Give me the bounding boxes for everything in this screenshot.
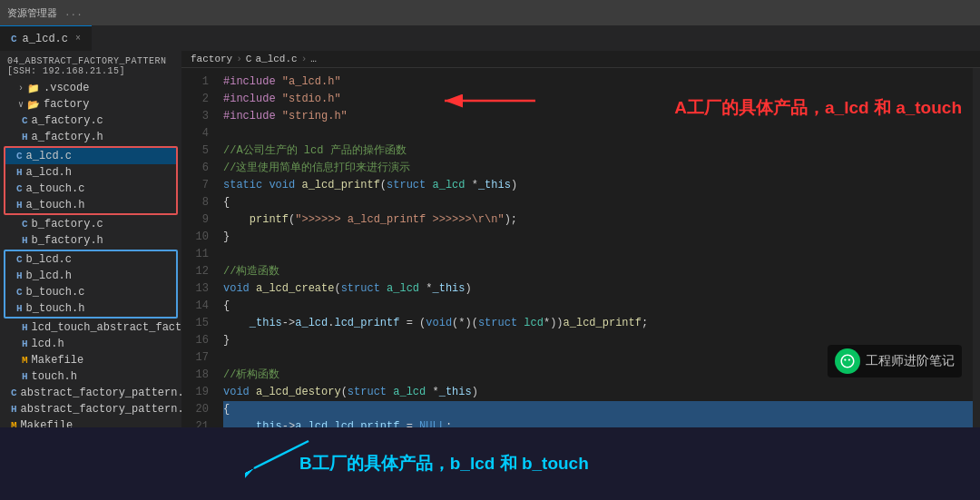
breadcrumb-factory[interactable]: factory: [191, 54, 232, 64]
ln-7: 7: [181, 177, 216, 194]
sidebar-item-b-factory-c[interactable]: C b_factory.c: [0, 216, 181, 232]
sidebar-item-a-factory-c[interactable]: C a_factory.c: [0, 113, 181, 129]
c-file-icon: C: [16, 183, 23, 194]
ln-8: 8: [181, 194, 216, 211]
sidebar-item-b-factory-h[interactable]: H b_factory.h: [0, 232, 181, 249]
sidebar-item-label: lcd.h: [32, 338, 64, 350]
h-file-icon: H: [22, 371, 28, 382]
sidebar-item-abstract-c[interactable]: C abstract_factory_pattern.c: [0, 385, 181, 401]
ln-13: 13: [181, 280, 216, 298]
chevron-icon: ›: [18, 83, 24, 93]
sidebar-item-label: a_factory.h: [32, 131, 103, 143]
code-line-21: _this->a_lcd.lcd_printf = NULL;: [223, 418, 973, 427]
sidebar-item-lcd-touch-abstract[interactable]: H lcd_touch_abstract_factory.h: [0, 319, 181, 336]
explorer-menu[interactable]: ...: [64, 7, 83, 18]
tab-filename: a_lcd.c: [23, 33, 68, 45]
c-file-icon: C: [22, 219, 28, 230]
code-line-20: {: [223, 401, 973, 418]
c-file-icon: C: [22, 115, 28, 126]
ln-6: 6: [181, 160, 216, 177]
sidebar-item-makefile-root[interactable]: M Makefile: [0, 417, 181, 427]
sidebar-item-touch-h[interactable]: H touch.h: [0, 368, 181, 385]
sidebar-item-a-touch-h[interactable]: H a_touch.h: [5, 197, 176, 213]
sidebar-item-label: abstract_factory_pattern.h: [21, 403, 181, 416]
sidebar-item-a-touch-c[interactable]: C a_touch.c: [5, 181, 176, 197]
sidebar-item-label: touch.h: [32, 370, 77, 383]
sidebar-item-label: Makefile: [21, 419, 74, 427]
ln-21: 21: [181, 418, 216, 427]
folder-open-icon: 📂: [27, 99, 40, 111]
sidebar-item-factory[interactable]: ∨ 📂 factory: [0, 96, 181, 113]
sidebar-item-label: a_touch.c: [26, 182, 85, 195]
ln-4: 4: [181, 125, 216, 142]
code-line-2: #include "stdio.h": [223, 91, 973, 108]
watermark: 工程师进阶笔记: [828, 345, 962, 377]
code-line-8: {: [223, 194, 973, 211]
explorer-title: 资源管理器: [7, 6, 57, 20]
ln-2: 2: [181, 91, 216, 108]
ln-3: 3: [181, 108, 216, 125]
sidebar-item-label: .vscode: [44, 82, 89, 94]
red-border-group: C a_lcd.c H a_lcd.h C a_touch.c H a_touc…: [4, 146, 178, 215]
sidebar-item-label: a_factory.c: [32, 114, 103, 127]
code-line-15: _this->a_lcd.lcd_printf = (void(*)(struc…: [223, 315, 973, 332]
annotation-b-label: B工厂的具体产品，b_lcd 和 b_touch: [299, 452, 589, 475]
tab-close-button[interactable]: ×: [75, 34, 81, 44]
sidebar-item-lcd-h[interactable]: H lcd.h: [0, 336, 181, 352]
sidebar-item-b-touch-c[interactable]: C b_touch.c: [5, 284, 176, 300]
sidebar-item-a-factory-h[interactable]: H a_factory.h: [0, 129, 181, 145]
ln-15: 15: [181, 315, 216, 332]
vertical-scrollbar[interactable]: [973, 68, 980, 427]
sidebar-item-b-touch-h[interactable]: H b_touch.h: [5, 300, 176, 317]
ln-16: 16: [181, 332, 216, 349]
code-line-5: //A公司生产的 lcd 产品的操作函数: [223, 142, 973, 160]
ln-12: 12: [181, 263, 216, 280]
tab-a-lcd-c[interactable]: C a_lcd.c ×: [0, 25, 92, 51]
sidebar-item-label: b_touch.h: [26, 302, 85, 315]
sidebar-header: 04_ABSTRACT_FACTORY_PATTERN [SSH: 192.16…: [0, 51, 181, 80]
sidebar-item-a-lcd-h[interactable]: H a_lcd.h: [5, 164, 176, 181]
ln-14: 14: [181, 298, 216, 315]
tab-bar: C a_lcd.c ×: [0, 25, 980, 51]
wechat-icon: [835, 348, 860, 374]
h-file-icon: H: [16, 200, 23, 211]
c-file-icon: C: [16, 287, 23, 298]
h-file-icon: H: [16, 303, 23, 314]
chevron-down-icon: ∨: [18, 99, 24, 110]
sidebar-item-label: b_touch.c: [26, 286, 85, 299]
code-line-13: void a_lcd_create(struct a_lcd *_this): [223, 280, 973, 298]
sidebar-item-label: b_factory.c: [32, 218, 103, 230]
sidebar-item-label: b_lcd.h: [26, 270, 72, 282]
code-line-4: [223, 125, 973, 142]
breadcrumb-more: …: [310, 54, 317, 64]
breadcrumb-sep1: ›: [236, 54, 242, 64]
c-file-icon: C: [11, 387, 17, 398]
sidebar-item-b-lcd-h[interactable]: H b_lcd.h: [5, 268, 176, 284]
m-file-icon: M: [22, 355, 28, 366]
breadcrumb-file[interactable]: a_lcd.c: [255, 54, 297, 64]
sidebar-item-vscode[interactable]: › 📁 .vscode: [0, 80, 181, 96]
sidebar-item-factory-label: factory: [44, 98, 89, 111]
ln-5: 5: [181, 142, 216, 160]
editor-area: factory › C a_lcd.c › … 1 2 3 4 5 6 7 8 …: [181, 51, 980, 427]
line-numbers: 1 2 3 4 5 6 7 8 9 10 11 12 13 14 15 16 1…: [181, 68, 216, 427]
sidebar-item-label: lcd_touch_abstract_factory.h: [32, 321, 181, 334]
breadcrumb-c: C: [246, 54, 252, 64]
h-file-icon: H: [16, 167, 23, 178]
code-line-12: //构造函数: [223, 263, 973, 280]
sidebar-item-b-lcd-c[interactable]: C b_lcd.c: [5, 251, 176, 268]
title-bar: 资源管理器 ...: [0, 0, 980, 25]
h-file-icon: H: [11, 404, 17, 415]
h-file-icon: H: [22, 235, 28, 246]
sidebar-item-makefile-factory[interactable]: M Makefile: [0, 352, 181, 368]
h-file-icon: H: [22, 338, 28, 349]
breadcrumb: factory › C a_lcd.c › …: [181, 51, 980, 68]
sidebar-item-a-lcd-c[interactable]: C a_lcd.c: [5, 148, 176, 164]
ln-20: 20: [181, 401, 216, 418]
arrow-b-svg: [245, 432, 318, 486]
ln-18: 18: [181, 367, 216, 384]
code-line-1: #include "a_lcd.h": [223, 74, 973, 91]
code-line-11: [223, 246, 973, 263]
sidebar-item-abstract-h[interactable]: H abstract_factory_pattern.h: [0, 401, 181, 417]
bottom-annotation-area: B工厂的具体产品，b_lcd 和 b_touch: [0, 427, 980, 500]
